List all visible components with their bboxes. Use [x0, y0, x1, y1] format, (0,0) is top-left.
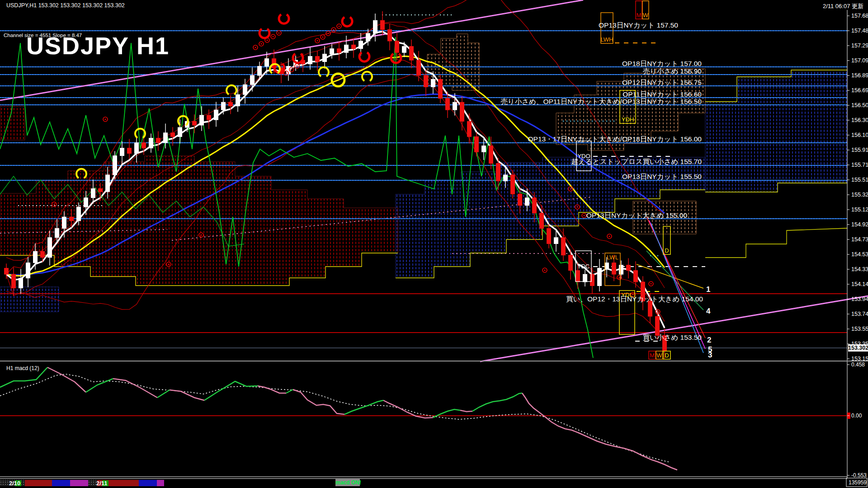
macd-on-badge[interactable]: macd ON! — [335, 479, 360, 486]
svg-text:3: 3 — [708, 351, 712, 359]
price-annotation[interactable]: OP13日NYカット 157.50 — [599, 21, 678, 29]
price-chart-canvas[interactable]: 14253 MWLWHYDHYDOYDCLWLYDLDMWD OP13日NYカッ… — [0, 0, 868, 488]
svg-text:157.090: 157.090 — [851, 57, 868, 64]
svg-text:154.335: 154.335 — [851, 266, 868, 272]
macd-indicator-label: H1 macd (12) — [6, 365, 39, 371]
svg-text:157.680: 157.680 — [851, 13, 868, 19]
price-annotation[interactable]: OP18日NYカット 157.00 — [622, 60, 702, 67]
svg-text:0.458: 0.458 — [851, 361, 865, 368]
svg-text:0.00: 0.00 — [851, 413, 862, 419]
date-label: 2/10 — [9, 480, 20, 487]
price-annotation[interactable]: OP12日NYカット 156.75 — [622, 79, 702, 86]
svg-text:W: W — [643, 12, 649, 19]
svg-text:LWL: LWL — [607, 254, 618, 261]
svg-text:154.140: 154.140 — [851, 281, 868, 287]
price-annotation[interactable]: OP11日NYカット 156.60 — [623, 90, 702, 98]
svg-text:D: D — [665, 247, 669, 254]
price-annotation[interactable]: 超えるとストップロス買い小さめ 155.70 — [571, 158, 702, 165]
svg-text:153.550: 153.550 — [851, 326, 868, 332]
update-timestamp: 2/11 06:07 更新 — [823, 2, 863, 10]
price-annotation[interactable]: 買い小さめ 153.50 — [643, 333, 702, 341]
svg-text:156.695: 156.695 — [851, 87, 868, 94]
price-annotation[interactable]: OP13・17日NYカット大きめ/OP18日NYカット 156.00 — [528, 135, 702, 143]
svg-text:4: 4 — [706, 307, 711, 315]
svg-text:1: 1 — [706, 285, 710, 294]
svg-text:-0.553: -0.553 — [851, 472, 867, 479]
svg-text:156.305: 156.305 — [851, 117, 868, 123]
svg-text:157.290: 157.290 — [851, 42, 868, 49]
svg-text:156.895: 156.895 — [851, 72, 868, 79]
price-annotation[interactable]: 売り小さめ 156.90 — [643, 67, 702, 75]
svg-text:154.530: 154.530 — [851, 251, 868, 258]
price-annotation[interactable]: 売り小さめ、OP11日NYカット大きめ/OP13日NYカット 156.50 — [500, 98, 702, 105]
current-price-tag: 153.302 — [848, 344, 868, 352]
price-annotation[interactable]: 買い、OP12・13日NYカット大きめ 154.00 — [566, 295, 703, 303]
svg-text:155.715: 155.715 — [851, 162, 868, 168]
svg-text:M: M — [637, 12, 642, 19]
chart-window: 14253 MWLWHYDHYDOYDCLWLYDLDMWD OP13日NYカッ… — [0, 0, 868, 488]
svg-text:2: 2 — [707, 336, 711, 344]
svg-text:155.910: 155.910 — [851, 147, 868, 153]
svg-text:D: D — [665, 352, 669, 359]
svg-text:153.745: 153.745 — [851, 311, 868, 317]
svg-text:M: M — [650, 352, 655, 359]
svg-text:155.320: 155.320 — [851, 192, 868, 198]
svg-text:156.105: 156.105 — [851, 132, 868, 138]
svg-text:155.515: 155.515 — [851, 177, 868, 183]
svg-text:153.940: 153.940 — [851, 296, 868, 302]
svg-text:YDC: YDC — [577, 263, 590, 270]
date-label: 2/11 — [96, 480, 108, 487]
svg-text:154.730: 154.730 — [851, 236, 868, 243]
macd-panel: 0.4580.00-0.553135959 — [0, 361, 867, 487]
svg-text:156.500: 156.500 — [851, 102, 868, 108]
svg-text:135959: 135959 — [849, 479, 867, 486]
price-annotation[interactable]: OP13日NYカット 155.50 — [622, 173, 702, 180]
svg-text:W: W — [656, 352, 662, 359]
svg-text:YDH: YDH — [622, 116, 634, 123]
channel-info-label: Channel size = 4551 Slope = 8.47 — [4, 33, 82, 38]
session-bar: 2/102/11 — [0, 480, 164, 487]
svg-text:157.485: 157.485 — [851, 28, 868, 34]
svg-text:154.925: 154.925 — [851, 221, 868, 228]
svg-text:LWH: LWH — [601, 36, 613, 43]
price-annotation[interactable]: OP13日NYカット大きめ 155.00 — [586, 211, 688, 219]
symbol-ohlc-readout: USDJPY,H1 153.302 153.302 153.302 153.30… — [6, 2, 125, 9]
svg-text:155.125: 155.125 — [851, 206, 868, 213]
